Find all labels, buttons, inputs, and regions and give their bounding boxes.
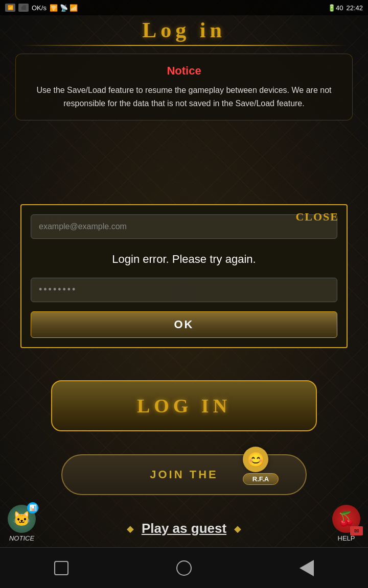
password-value: •••••••• [39,284,77,295]
ok-button[interactable]: OK [31,311,337,338]
dialog-password-input[interactable]: •••••••• [31,278,337,302]
nav-bar [0,547,368,588]
login-label: LOG IN [137,395,231,417]
join-label: JOIN THE [150,468,218,481]
circle-icon [176,560,192,576]
error-message: Login error. Please try again. [21,239,347,278]
notice-label: NOTICE [9,534,34,542]
status-left: 📶 ⬛ OK/s 🛜 📡 📶 [5,4,78,12]
square-icon [54,561,68,575]
dialog-email-input[interactable]: example@example.com [31,214,337,239]
notice-badge: 📊 [27,502,38,513]
nav-back-button[interactable] [294,555,319,581]
notice-text: Use the Save/Load feature to resume the … [29,84,339,110]
title-divider [20,45,348,46]
help-button[interactable]: 🍒 ✉ HELP [332,505,360,542]
smiley-face: 😊 [243,447,268,472]
guest-dot-left: ◆ [127,523,134,534]
guest-text[interactable]: Play as guest [142,521,226,536]
notice-avatar: 🐱 📊 [8,505,36,533]
network-icons: 🛜 📡 📶 [50,4,78,12]
guest-dot-right: ◆ [234,523,241,534]
ok-label: OK [174,318,194,331]
email-value: example@example.com [39,222,127,231]
error-dialog: CLOSE example@example.com Login error. P… [20,204,348,348]
nav-circle-button[interactable] [171,555,197,581]
signal-icon: 📶 [5,4,15,12]
status-icon-2: ⬛ [18,4,29,12]
notice-title: Notice [29,64,339,78]
battery-level: 🔋40 [328,4,343,12]
envelope-icon: ✉ [350,526,363,535]
nav-square-button[interactable] [49,555,74,581]
help-label: HELP [338,534,355,542]
notice-button[interactable]: 🐱 📊 NOTICE [8,505,36,542]
close-button[interactable]: CLOSE [295,210,339,224]
help-icon: 🍒 ✉ [332,505,360,533]
status-right: 🔋40 22:42 [328,4,363,12]
notice-box: Notice Use the Save/Load feature to resu… [15,54,353,120]
time-display: 22:42 [346,4,363,12]
back-icon [300,560,314,576]
page-title: Log in [0,18,368,42]
guest-area[interactable]: ◆ Play as guest ◆ [0,521,368,536]
rfa-icon: 😊 R.F.A [243,447,279,487]
login-button[interactable]: LOG IN [51,380,317,431]
rfa-badge: R.F.A [243,473,279,485]
status-bar: 📶 ⬛ OK/s 🛜 📡 📶 🔋40 22:42 [0,0,368,15]
connection-status: OK/s [32,4,47,12]
